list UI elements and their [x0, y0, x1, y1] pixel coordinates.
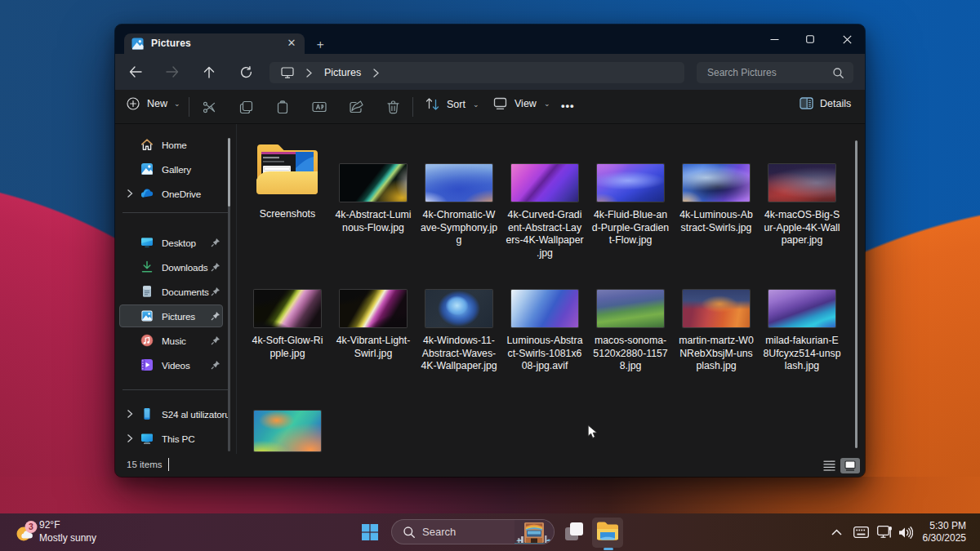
svg-text:3: 3	[29, 522, 33, 531]
